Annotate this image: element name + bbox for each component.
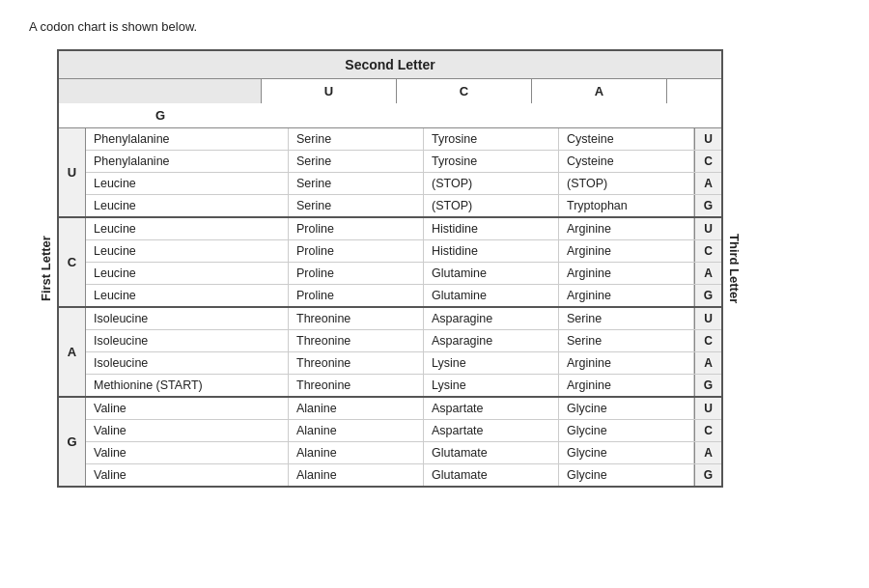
- third-letter-cell-U: U: [694, 128, 721, 150]
- codon-table: Second Letter U C A G UPhenylalanineSeri…: [57, 49, 723, 488]
- row-group-A: AIsoleucineThreonineAsparagineSerineUIso…: [59, 308, 721, 398]
- col-header-c: C: [397, 79, 532, 103]
- data-cell: Leucine: [86, 285, 289, 306]
- data-cell: Threonine: [289, 330, 424, 351]
- data-cell: Arginine: [559, 218, 694, 239]
- data-cell: Alanine: [289, 442, 424, 463]
- data-cell: Tryptophan: [559, 195, 694, 216]
- data-cell: Tyrosine: [424, 151, 559, 172]
- data-cell: Asparagine: [424, 308, 559, 329]
- data-cell: Leucine: [86, 263, 289, 284]
- data-cell: Proline: [289, 240, 424, 262]
- first-letter-cell-G: G: [59, 398, 86, 486]
- row-group-U: UPhenylalanineSerineTyrosineCysteineUPhe…: [59, 128, 721, 218]
- data-cell: Proline: [289, 285, 424, 306]
- third-letter-cell-G: G: [694, 285, 721, 306]
- data-cell: Lysine: [424, 375, 559, 396]
- group-inner-A: IsoleucineThreonineAsparagineSerineUIsol…: [86, 308, 721, 396]
- data-cell: Arginine: [559, 352, 694, 374]
- data-cell: Phenylalanine: [86, 151, 289, 172]
- data-cell: Glycine: [559, 420, 694, 441]
- data-cell: Valine: [86, 398, 289, 419]
- data-cell: Serine: [289, 195, 424, 216]
- table-row: LeucineProlineGlutamineArginineG: [86, 285, 721, 306]
- data-cell: Serine: [289, 128, 424, 150]
- third-letter-label: Third Letter: [727, 234, 742, 303]
- data-cell: (STOP): [559, 173, 694, 194]
- data-cell: Serine: [559, 308, 694, 329]
- data-cell: Arginine: [559, 285, 694, 306]
- third-letter-cell-C: C: [694, 240, 721, 262]
- group-inner-U: PhenylalanineSerineTyrosineCysteineUPhen…: [86, 128, 721, 216]
- group-inner-C: LeucineProlineHistidineArginineULeucineP…: [86, 218, 721, 306]
- data-rows: UPhenylalanineSerineTyrosineCysteineUPhe…: [59, 128, 721, 486]
- third-letter-cell-C: C: [694, 420, 721, 441]
- data-cell: Threonine: [289, 352, 424, 374]
- table-row: IsoleucineThreonineLysineArginineA: [86, 352, 721, 375]
- col-headers-row: U C A G: [59, 79, 721, 128]
- data-cell: Cysteine: [559, 151, 694, 172]
- data-cell: Leucine: [86, 195, 289, 216]
- data-cell: Valine: [86, 420, 289, 441]
- data-cell: Methionine (START): [86, 375, 289, 396]
- data-cell: Leucine: [86, 240, 289, 262]
- data-cell: (STOP): [424, 173, 559, 194]
- col-header-g: G: [59, 103, 262, 127]
- col-header-a: A: [532, 79, 667, 103]
- third-letter-cell-A: A: [694, 442, 721, 463]
- data-cell: Serine: [289, 173, 424, 194]
- data-cell: Threonine: [289, 375, 424, 396]
- data-cell: Alanine: [289, 398, 424, 419]
- data-cell: Glycine: [559, 398, 694, 419]
- data-cell: Alanine: [289, 420, 424, 441]
- data-cell: Threonine: [289, 308, 424, 329]
- table-row: LeucineProlineHistidineArginineU: [86, 218, 721, 240]
- table-row: ValineAlanineAspartateGlycineC: [86, 420, 721, 442]
- data-cell: Asparagine: [424, 330, 559, 351]
- third-letter-cell-G: G: [694, 464, 721, 486]
- col-header-u: U: [262, 79, 397, 103]
- data-cell: Aspartate: [424, 398, 559, 419]
- data-cell: Glycine: [559, 442, 694, 463]
- data-cell: Valine: [86, 442, 289, 463]
- data-cell: Isoleucine: [86, 330, 289, 351]
- table-row: LeucineProlineGlutamineArginineA: [86, 263, 721, 285]
- data-cell: Arginine: [559, 240, 694, 262]
- third-letter-cell-G: G: [694, 375, 721, 396]
- data-cell: Tyrosine: [424, 128, 559, 150]
- data-cell: Glutamate: [424, 442, 559, 463]
- table-row: LeucineProlineHistidineArginineC: [86, 240, 721, 263]
- data-cell: Arginine: [559, 375, 694, 396]
- table-row: ValineAlanineGlutamateGlycineA: [86, 442, 721, 464]
- third-letter-cell-A: A: [694, 173, 721, 194]
- first-letter-cell-U: U: [59, 128, 86, 216]
- data-cell: Phenylalanine: [86, 128, 289, 150]
- group-inner-G: ValineAlanineAspartateGlycineUValineAlan…: [86, 398, 721, 486]
- data-cell: Lysine: [424, 352, 559, 374]
- first-letter-cell-C: C: [59, 218, 86, 306]
- intro-text: A codon chart is shown below.: [29, 19, 840, 34]
- data-cell: Leucine: [86, 218, 289, 239]
- third-letter-cell-G: G: [694, 195, 721, 216]
- data-cell: Serine: [559, 330, 694, 351]
- table-row: IsoleucineThreonineAsparagineSerineU: [86, 308, 721, 330]
- table-row: LeucineSerine(STOP)(STOP)A: [86, 173, 721, 195]
- data-cell: Isoleucine: [86, 352, 289, 374]
- col-header-empty: [59, 79, 262, 103]
- third-letter-cell-C: C: [694, 330, 721, 351]
- data-cell: Glycine: [559, 464, 694, 486]
- data-cell: Serine: [289, 151, 424, 172]
- data-cell: Histidine: [424, 218, 559, 239]
- third-letter-cell-U: U: [694, 398, 721, 419]
- third-letter-cell-U: U: [694, 308, 721, 329]
- row-group-G: GValineAlanineAspartateGlycineUValineAla…: [59, 398, 721, 486]
- table-row: ValineAlanineAspartateGlycineU: [86, 398, 721, 420]
- table-row: PhenylalanineSerineTyrosineCysteineC: [86, 151, 721, 173]
- data-cell: Valine: [86, 464, 289, 486]
- data-cell: Cysteine: [559, 128, 694, 150]
- table-row: LeucineSerine(STOP)TryptophanG: [86, 195, 721, 216]
- data-cell: Proline: [289, 218, 424, 239]
- third-letter-cell-U: U: [694, 218, 721, 239]
- data-cell: Glutamine: [424, 263, 559, 284]
- first-letter-cell-A: A: [59, 308, 86, 396]
